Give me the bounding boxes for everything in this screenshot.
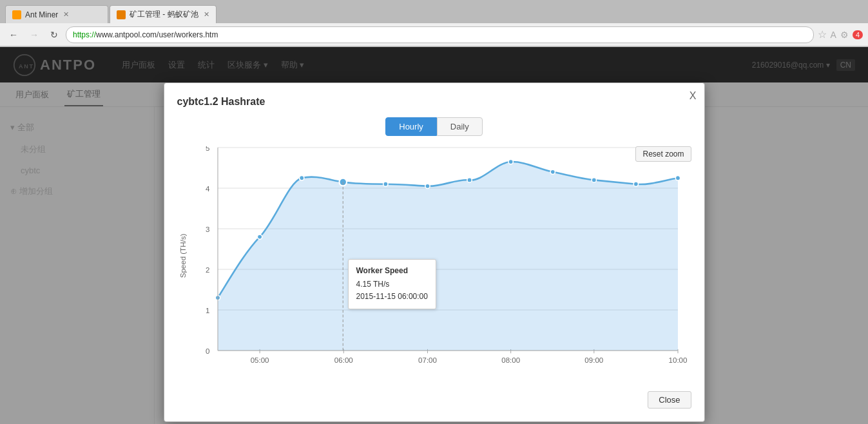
svg-text:05:00: 05:00 [250, 356, 269, 364]
modal-close-button[interactable]: Close [648, 391, 691, 409]
reload-button[interactable]: ↻ [46, 28, 62, 41]
svg-point-32 [383, 182, 387, 186]
tab-label-2: 矿工管理 - 蚂蚁矿池 [130, 9, 198, 20]
svg-point-33 [425, 184, 429, 188]
modal-title: cybtc1.2 Hashrate [177, 96, 691, 108]
svg-text:2: 2 [205, 266, 209, 274]
modal-close-x-button[interactable]: X [690, 91, 697, 101]
svg-point-39 [675, 176, 680, 180]
tab-antpool[interactable]: 矿工管理 - 蚂蚁矿池 ✕ [110, 5, 217, 23]
tab-antminer[interactable]: Ant Miner ✕ [5, 5, 108, 23]
svg-text:3: 3 [205, 226, 209, 233]
svg-text:4: 4 [205, 185, 209, 193]
tab-label-1: Ant Miner [25, 10, 58, 19]
svg-text:5: 5 [205, 146, 209, 152]
notification-badge: 4 [853, 30, 863, 39]
svg-point-35 [508, 159, 512, 164]
chart-tabs: Hourly Daily [177, 117, 691, 136]
svg-point-29 [257, 235, 262, 239]
chart-container: Reset zoom [177, 146, 691, 385]
nav-bar: ← → ↻ https:// www.antpool.com /user/wor… [0, 23, 868, 46]
address-bar[interactable]: https:// www.antpool.com /user/workers.h… [66, 26, 814, 43]
browser-icons: ☆ A ⚙ 4 [818, 28, 863, 41]
svg-text:09:00: 09:00 [584, 356, 603, 364]
svg-text:Speed (TH/s): Speed (TH/s) [178, 234, 186, 278]
tab-hourly[interactable]: Hourly [385, 117, 437, 136]
svg-point-34 [467, 178, 471, 182]
tab-close-2[interactable]: ✕ [204, 10, 209, 19]
url-path: /user/workers.htm [157, 30, 218, 39]
settings-icon[interactable]: ⚙ [840, 30, 849, 40]
page-background: ANT ANTPO 用户面板 设置 统计 区块服务 ▾ 帮助 ▾ 2160290… [0, 47, 868, 424]
url-protocol: https:// [73, 30, 96, 39]
tab-close-1[interactable]: ✕ [63, 10, 69, 19]
tab-favicon-1 [12, 10, 21, 19]
translate-icon[interactable]: A [831, 30, 836, 40]
svg-text:10:00: 10:00 [668, 356, 687, 364]
reset-zoom-button[interactable]: Reset zoom [635, 146, 691, 162]
bookmark-icon[interactable]: ☆ [818, 28, 827, 41]
tab-bar: Ant Miner ✕ 矿工管理 - 蚂蚁矿池 ✕ [0, 0, 868, 23]
chart-svg: 0 1 2 3 4 5 Speed (TH/s) 05:00 [177, 146, 691, 365]
back-button[interactable]: ← [5, 28, 22, 41]
url-domain: www.antpool.com [96, 30, 157, 39]
svg-text:06:00: 06:00 [334, 356, 352, 364]
forward-button[interactable]: → [26, 28, 43, 41]
svg-point-38 [633, 182, 638, 186]
svg-text:1: 1 [205, 307, 209, 314]
svg-point-30 [299, 176, 304, 180]
tab-daily[interactable]: Daily [437, 117, 483, 136]
svg-point-37 [592, 178, 596, 182]
svg-text:0: 0 [205, 347, 209, 355]
modal-dialog: cybtc1.2 Hashrate X Hourly Daily Reset z… [164, 82, 705, 422]
modal-overlay: cybtc1.2 Hashrate X Hourly Daily Reset z… [0, 47, 868, 424]
svg-text:08:00: 08:00 [501, 356, 520, 364]
svg-text:07:00: 07:00 [418, 356, 437, 364]
svg-point-36 [550, 169, 555, 174]
browser-chrome: Ant Miner ✕ 矿工管理 - 蚂蚁矿池 ✕ ← → ↻ https://… [0, 0, 868, 47]
tab-favicon-2 [117, 10, 126, 19]
modal-footer: Close [177, 391, 691, 409]
